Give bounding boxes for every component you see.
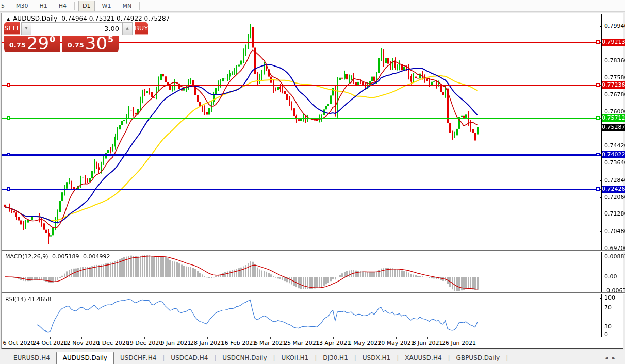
horizontal-line[interactable] bbox=[2, 189, 601, 190]
rsi-axis-label: 30 bbox=[604, 323, 612, 330]
timeframe-button-mn[interactable]: MN bbox=[118, 1, 136, 11]
price-badge: 0.74022 bbox=[602, 151, 625, 158]
pane-divider[interactable] bbox=[2, 292, 625, 294]
collapse-icon[interactable]: ▲ bbox=[7, 16, 10, 21]
macd-axis-label: 0.008871 bbox=[604, 253, 625, 260]
tabs-scroll-icons[interactable]: ◄► bbox=[604, 355, 625, 364]
timeframe-button-w1[interactable]: W1 bbox=[98, 1, 116, 11]
line-handle[interactable] bbox=[596, 116, 600, 120]
price-axis-tick bbox=[600, 163, 602, 163]
timeframe-separator bbox=[74, 2, 75, 10]
price-axis-tick bbox=[600, 26, 602, 27]
one-click-trade-panel: SELL ▼ ▲ BUY 0.75290 0.75305 bbox=[4, 22, 119, 52]
timeframe-button-5[interactable]: 5 bbox=[0, 1, 9, 11]
price-axis-label: 0.77580 bbox=[604, 74, 625, 81]
date-tick bbox=[50, 337, 51, 339]
rsi-canvas[interactable] bbox=[0, 294, 601, 337]
tab-eurusd-h4[interactable]: EURUSD,H4 bbox=[7, 352, 56, 364]
date-label: 8 Jun 2021 bbox=[412, 340, 442, 346]
price-axis-label: 0.71280 bbox=[604, 210, 625, 217]
tab-usdcnh-daily[interactable]: USDCNH,Daily bbox=[216, 352, 273, 364]
price-badge: 0.75712 bbox=[602, 114, 625, 122]
horizontal-line[interactable] bbox=[2, 118, 601, 119]
sell-price-big: 29 bbox=[27, 36, 49, 51]
current-price-badge: 0.75287 bbox=[602, 124, 625, 131]
price-axis-tick bbox=[600, 78, 602, 78]
price-axis-tick bbox=[600, 180, 602, 181]
date-tick bbox=[207, 337, 208, 339]
rsi-axis-tick bbox=[600, 335, 602, 335]
price-axis-label: 0.74420 bbox=[604, 142, 625, 149]
date-label: 9 Jan 2021 bbox=[161, 340, 191, 346]
line-handle[interactable] bbox=[7, 153, 10, 156]
tab-ukoil-h1[interactable]: UKOil,H1 bbox=[275, 352, 315, 364]
date-label: 28 Jan 2021 bbox=[190, 340, 224, 346]
buy-price-sup: 5 bbox=[108, 35, 113, 44]
tab-dj30-h1[interactable]: DJ30,H1 bbox=[317, 352, 354, 364]
price-axis-tick bbox=[600, 61, 602, 61]
line-handle[interactable] bbox=[596, 153, 600, 156]
rsi-axis-tick bbox=[600, 298, 602, 299]
date-label: 6 Mar 2021 bbox=[254, 340, 287, 346]
macd-label: MACD(12,26,9) -0.005189 -0.004992 bbox=[5, 253, 110, 260]
price-axis-label: 0.78360 bbox=[604, 57, 625, 64]
tab-usdchf-h4[interactable]: USDCHF,H4 bbox=[114, 352, 162, 364]
price-axis-label: 0.72840 bbox=[604, 177, 625, 184]
sell-price-prefix: 0.75 bbox=[9, 41, 26, 49]
price-axis-label: 0.70480 bbox=[604, 228, 625, 235]
date-tick bbox=[302, 337, 302, 339]
date-tick bbox=[365, 337, 365, 339]
date-label: 1 May 2021 bbox=[348, 340, 382, 346]
rsi-axis-tick bbox=[600, 308, 602, 308]
date-tick bbox=[113, 337, 113, 339]
date-tick bbox=[239, 337, 239, 339]
tab-usdx-h1[interactable]: USDX,H1 bbox=[356, 352, 397, 364]
date-tick bbox=[427, 337, 428, 339]
main-chart-canvas[interactable] bbox=[0, 22, 601, 250]
sell-button[interactable]: SELL bbox=[4, 22, 20, 35]
tab-audusd-daily[interactable]: AUDUSD,Daily bbox=[56, 352, 114, 364]
line-handle[interactable] bbox=[596, 83, 600, 87]
rsi-label: RSI(14) 41.4658 bbox=[5, 296, 51, 303]
timeframe-button-h1[interactable]: H1 bbox=[36, 1, 52, 11]
price-axis-tick bbox=[600, 231, 602, 232]
date-axis-border bbox=[2, 337, 625, 337]
tab-usdcad-h4[interactable]: USDCAD,H4 bbox=[165, 352, 214, 364]
price-axis-tick bbox=[600, 249, 602, 249]
price-axis-tick bbox=[600, 95, 602, 95]
timeframe-button-h4[interactable]: H4 bbox=[55, 1, 71, 11]
tab-divider: | bbox=[506, 354, 508, 364]
horizontal-line[interactable] bbox=[2, 154, 601, 156]
chart-title: ▲AUDUSD,Daily0.74964 0.75321 0.74922 0.7… bbox=[7, 15, 170, 22]
chart-symbol-title: AUDUSD,Daily bbox=[13, 15, 57, 22]
date-tick bbox=[459, 337, 459, 339]
date-label: 1 Dec 2020 bbox=[96, 340, 129, 346]
date-label: 19 Dec 2020 bbox=[126, 340, 162, 346]
line-handle[interactable] bbox=[596, 40, 600, 44]
line-handle[interactable] bbox=[596, 187, 600, 191]
buy-button[interactable]: BUY bbox=[135, 22, 148, 35]
line-handle[interactable] bbox=[7, 116, 10, 120]
date-tick bbox=[144, 337, 145, 339]
price-badge: 0.79213 bbox=[602, 39, 625, 46]
sell-price[interactable]: 0.75290 bbox=[4, 36, 60, 52]
buy-price[interactable]: 0.75305 bbox=[62, 36, 119, 52]
date-label: 26 Jun 2021 bbox=[442, 340, 476, 346]
price-axis-tick bbox=[600, 146, 602, 146]
tab-gbpusd-daily[interactable]: GBPUSD,Daily bbox=[450, 352, 506, 364]
rsi-axis-label: 70 bbox=[604, 304, 612, 311]
timeframe-button-m30[interactable]: M30 bbox=[12, 1, 32, 11]
line-handle[interactable] bbox=[7, 83, 10, 87]
timeframe-button-d1[interactable]: D1 bbox=[78, 1, 94, 11]
price-axis-label: 0.73640 bbox=[604, 159, 625, 166]
line-handle[interactable] bbox=[7, 187, 10, 191]
buy-price-big: 30 bbox=[85, 36, 107, 51]
pane-divider[interactable] bbox=[2, 250, 625, 252]
macd-axis-label: 0.00 bbox=[604, 273, 617, 280]
horizontal-line[interactable] bbox=[2, 85, 601, 86]
timeframe-toolbar: 5M30H1H4D1W1MN bbox=[0, 0, 625, 12]
macd-axis-tick bbox=[600, 257, 602, 257]
tab-xauusd-h4[interactable]: XAUUSD,H4 bbox=[399, 352, 448, 364]
volume-increase-button[interactable]: ▲ bbox=[123, 23, 132, 35]
price-badge: 0.72426 bbox=[602, 186, 625, 193]
